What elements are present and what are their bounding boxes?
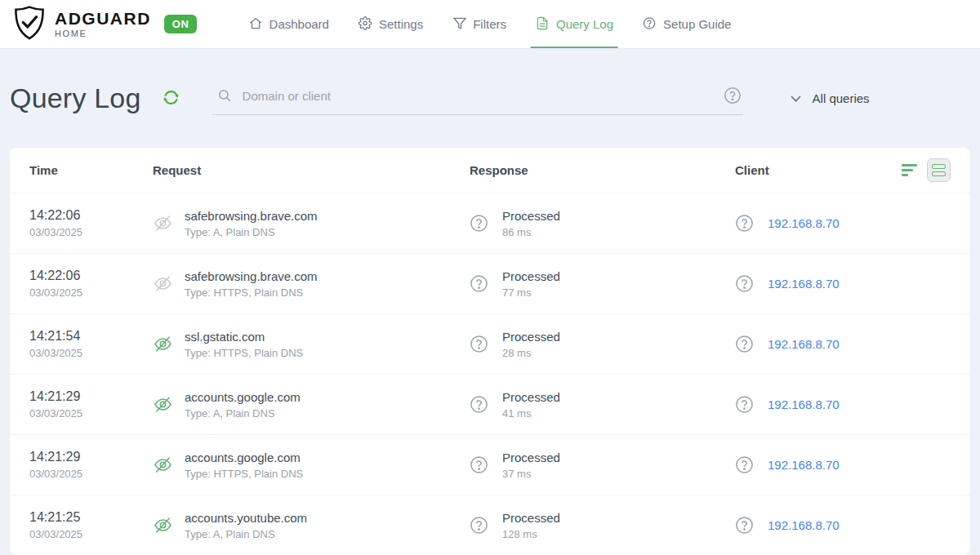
nav-item-settings[interactable]: Settings	[359, 0, 423, 48]
response-cell: Processed 37 ms	[470, 451, 735, 480]
client-ip-link[interactable]: 192.168.8.70	[768, 277, 840, 291]
querylog-toolbar: Query Log All queries	[0, 49, 980, 148]
detailed-view-toggle[interactable]	[927, 158, 951, 182]
client-ip-link[interactable]: 192.168.8.70	[768, 458, 840, 472]
brand-text: ADGUARD HOME	[55, 10, 151, 38]
client-ip-link[interactable]: 192.168.8.70	[768, 216, 840, 230]
response-info-icon[interactable]	[470, 274, 488, 293]
table-row: 14:22:06 03/03/2025 safebrowsing.brave.c…	[10, 193, 970, 253]
document-icon	[536, 16, 550, 33]
request-cell: accounts.youtube.com Type: A, Plain DNS	[153, 511, 470, 540]
app-header: ADGUARD HOME ON Dashboard Settings Filte…	[0, 0, 980, 49]
response-elapsed: 77 ms	[502, 286, 560, 299]
nav-item-label: Query Log	[556, 17, 613, 31]
request-cell: ssl.gstatic.com Type: HTTPS, Plain DNS	[153, 330, 470, 359]
response-status: Processed	[502, 511, 560, 525]
response-cell: Processed 28 ms	[470, 330, 735, 359]
client-info-icon[interactable]	[735, 335, 754, 353]
client-info-icon[interactable]	[735, 274, 754, 293]
time-cell: 14:21:25 03/03/2025	[29, 510, 153, 540]
client-info-icon[interactable]	[735, 214, 754, 233]
client-ip-link[interactable]: 192.168.8.70	[768, 337, 840, 351]
request-domain: accounts.google.com	[185, 390, 301, 404]
nav-item-dashboard[interactable]: Dashboard	[249, 0, 329, 48]
response-cell: Processed 77 ms	[470, 269, 735, 299]
column-header-response: Response	[470, 163, 735, 177]
client-cell: 192.168.8.70	[735, 516, 951, 535]
brand-subtitle: HOME	[55, 29, 151, 38]
client-cell: 192.168.8.70	[735, 214, 951, 233]
eye-off-icon	[153, 273, 173, 294]
client-info-icon[interactable]	[735, 516, 754, 535]
page-title: Query Log	[10, 82, 141, 114]
response-status: Processed	[502, 209, 560, 223]
search-help-icon[interactable]	[724, 87, 742, 104]
time-cell: 14:21:29 03/03/2025	[29, 450, 153, 480]
response-info-icon[interactable]	[470, 516, 488, 535]
response-elapsed: 41 ms	[502, 407, 560, 420]
nav-item-label: Setup Guide	[663, 17, 731, 31]
home-icon	[249, 16, 263, 33]
response-elapsed: 28 ms	[502, 347, 560, 359]
table-row: 14:21:29 03/03/2025 accounts.google.com …	[10, 434, 970, 495]
response-cell: Processed 41 ms	[470, 390, 735, 420]
request-type: Type: A, Plain DNS	[185, 528, 307, 540]
query-time: 14:21:25	[29, 510, 153, 525]
query-date: 03/03/2025	[29, 468, 153, 480]
funnel-icon	[452, 16, 466, 33]
nav-item-label: Filters	[473, 17, 506, 31]
nav-item-label: Settings	[379, 17, 423, 31]
query-filter-dropdown[interactable]: All queries	[791, 91, 870, 105]
request-cell: safebrowsing.brave.com Type: HTTPS, Plai…	[153, 269, 470, 299]
main-nav: Dashboard Settings Filters Query Log Set…	[249, 0, 732, 48]
request-cell: accounts.google.com Type: HTTPS, Plain D…	[153, 451, 470, 480]
search-icon	[217, 88, 232, 103]
client-info-icon[interactable]	[735, 395, 754, 414]
response-cell: Processed 128 ms	[470, 511, 735, 540]
client-ip-link[interactable]: 192.168.8.70	[768, 518, 840, 532]
request-type: Type: A, Plain DNS	[185, 226, 318, 238]
search-input[interactable]	[243, 89, 713, 103]
search-bar	[212, 82, 743, 115]
table-header-row: Time Request Response Client	[10, 148, 970, 193]
request-cell: safebrowsing.brave.com Type: A, Plain DN…	[153, 209, 470, 238]
response-info-icon[interactable]	[470, 214, 488, 233]
nav-item-setup-guide[interactable]: Setup Guide	[643, 0, 731, 48]
eye-off-icon	[153, 213, 173, 233]
table-row: 14:21:25 03/03/2025 accounts.youtube.com…	[10, 495, 970, 555]
response-status: Processed	[502, 269, 560, 283]
query-log-card: Time Request Response Client 14:22:06 03…	[10, 148, 970, 555]
refresh-button[interactable]	[161, 88, 182, 109]
protection-status-badge: ON	[164, 15, 198, 33]
compact-view-toggle[interactable]	[900, 161, 920, 180]
client-info-icon[interactable]	[735, 455, 754, 474]
response-status: Processed	[502, 451, 560, 464]
query-filter-label: All queries	[813, 91, 870, 105]
request-type: Type: HTTPS, Plain DNS	[185, 347, 303, 359]
response-info-icon[interactable]	[470, 395, 488, 414]
query-table-body: 14:22:06 03/03/2025 safebrowsing.brave.c…	[10, 193, 970, 555]
query-time: 14:21:29	[29, 450, 153, 464]
eye-off-icon	[153, 455, 173, 475]
client-cell: 192.168.8.70	[735, 335, 951, 353]
response-info-icon[interactable]	[470, 335, 488, 353]
request-type: Type: HTTPS, Plain DNS	[185, 468, 303, 480]
client-ip-link[interactable]: 192.168.8.70	[768, 397, 840, 411]
refresh-icon	[162, 88, 180, 109]
client-cell: 192.168.8.70	[735, 455, 951, 474]
response-status: Processed	[502, 390, 560, 404]
nav-item-filters[interactable]: Filters	[452, 0, 506, 48]
client-cell: 192.168.8.70	[735, 274, 951, 293]
nav-item-query-log[interactable]: Query Log	[536, 0, 613, 48]
nav-item-label: Dashboard	[270, 17, 329, 31]
query-date: 03/03/2025	[29, 226, 153, 238]
query-date: 03/03/2025	[29, 347, 153, 359]
adguard-logo[interactable]: ADGUARD HOME	[13, 5, 151, 44]
query-date: 03/03/2025	[29, 528, 153, 540]
help-circle-icon	[643, 16, 657, 33]
gear-icon	[359, 16, 372, 33]
request-domain: safebrowsing.brave.com	[185, 269, 318, 283]
time-cell: 14:21:29 03/03/2025	[29, 389, 153, 420]
column-header-client: Client	[735, 163, 769, 177]
response-info-icon[interactable]	[470, 455, 488, 474]
